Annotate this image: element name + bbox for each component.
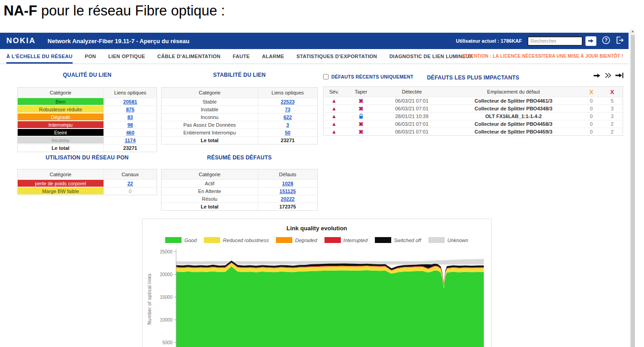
table-row: Entièrement Interrompu50 <box>162 129 317 136</box>
legend-item: Unknown <box>428 237 468 243</box>
logout-button[interactable] <box>616 36 624 45</box>
value-text: 23271 <box>123 145 138 151</box>
value-link[interactable]: 50 <box>285 130 290 135</box>
value-cell: 98 <box>104 121 157 129</box>
svg-text:10000: 10000 <box>160 317 172 322</box>
tab-faute[interactable]: FAUTE <box>233 49 250 64</box>
value-link[interactable]: 460 <box>126 130 134 135</box>
value-link[interactable]: 22 <box>128 181 133 186</box>
vertical-scrollbar[interactable]: ▲ <box>630 29 635 347</box>
value-link[interactable]: 622 <box>284 114 292 120</box>
detected-time: 06/03/21 07:01 <box>395 106 428 111</box>
stacked-area-chart: 500010000150002000025000 <box>154 245 488 347</box>
fault-location: Collecteur de Splitter PBO4348/3 <box>475 106 552 111</box>
value-link[interactable]: 151125 <box>280 188 296 194</box>
table-row: Robustesse réduite875 <box>18 105 157 113</box>
fault-cell <box>344 114 377 119</box>
recent-faults-checkbox-label[interactable]: DÉFAUTS RÉCENTS UNIQUEMENT <box>331 74 413 79</box>
legend-swatch <box>324 237 341 243</box>
impact-minor-count: 0 <box>590 106 593 111</box>
category-cell: Bien <box>18 98 104 105</box>
value-link[interactable]: 20581 <box>123 99 138 104</box>
search-go-button[interactable] <box>585 36 596 46</box>
table-row: Résolu20222 <box>162 195 317 203</box>
fault-cell: 28/01/21 10:39 <box>378 114 447 119</box>
fault-cell: Collecteur de Splitter PBO4348/3 <box>446 106 581 111</box>
fault-cell: 06/03/21 07:01 <box>378 121 447 127</box>
legend-label: Interrupted <box>344 238 368 243</box>
fault-cell: ▲ <box>324 121 344 127</box>
tab-pon[interactable]: PON <box>85 49 96 64</box>
legend-label: Degraded <box>295 238 317 243</box>
fault-cell: ✖ <box>344 129 377 135</box>
scrollbar-thumb[interactable] <box>631 35 635 347</box>
value-link[interactable]: 875 <box>126 107 134 112</box>
arrow-to-end-icon[interactable] <box>615 73 624 78</box>
category-cell: Le total <box>162 137 258 144</box>
fault-cell: 0 <box>581 98 602 104</box>
double-chevron-icon[interactable] <box>605 73 611 78</box>
tab-lien-optique[interactable]: LIEN OPTIQUE <box>108 49 145 64</box>
value-link[interactable]: 1174 <box>125 138 136 143</box>
category-cell: Instable <box>162 106 258 113</box>
category-cell: Le total <box>162 203 258 210</box>
legend-swatch <box>204 237 220 243</box>
recent-faults-checkbox[interactable] <box>323 74 329 79</box>
legend-swatch <box>428 237 445 243</box>
impact-minor-count: 0 <box>590 98 593 104</box>
help-button[interactable]: ? <box>602 36 610 46</box>
faults-header-row: Sév.TaperDétectéeEmplacement du défautXX <box>324 87 623 97</box>
category-cell: En Attente <box>162 188 258 195</box>
fault-row: ▲✖06/03/21 07:01Collecteur de Splitter P… <box>324 120 623 128</box>
table-header-row: CatégorieDéfauts <box>162 169 317 179</box>
fault-row: ▲✖06/03/21 07:01Collecteur de Splitter P… <box>324 128 623 135</box>
category-cell: Interrompu <box>18 121 104 129</box>
svg-text:20000: 20000 <box>160 272 172 277</box>
table-row: Marge BW faible0 <box>18 187 157 195</box>
fault-cell: 0 <box>581 114 602 119</box>
page-heading: NA-F pour le réseau Fibre optique : <box>4 3 225 19</box>
value-link[interactable]: 73 <box>285 107 290 112</box>
tab-alarme[interactable]: ALARME <box>262 49 284 64</box>
svg-text:15000: 15000 <box>160 295 172 300</box>
category-cell: Inconnu <box>162 114 258 121</box>
table-header-row: CatégorieLiens optiques <box>18 88 157 98</box>
fault-cell: 0 <box>581 121 602 127</box>
value-link[interactable]: 83 <box>128 114 133 120</box>
tab-c-ble-d-alimentation[interactable]: CÂBLE D'ALIMENTATION <box>157 49 221 64</box>
table-row: En Attente151125 <box>162 187 317 195</box>
fault-location: Collecteur de Splitter PBO4459/3 <box>475 129 552 134</box>
arrow-right-icon[interactable] <box>594 73 600 78</box>
tab-statistiques-d-exportation[interactable]: STATISTIQUES D'EXPORTATION <box>296 49 377 64</box>
table-row: Interrompu98 <box>18 121 157 129</box>
faults-column-header: Sév. <box>324 89 344 94</box>
legend-swatch <box>165 237 182 243</box>
value-link[interactable]: 20222 <box>281 196 295 202</box>
svg-text:?: ? <box>605 37 607 43</box>
fault-cell: Collecteur de Splitter PBO4459/3 <box>446 129 581 134</box>
severity-triangle-icon: ▲ <box>331 129 337 134</box>
value-link[interactable]: 22523 <box>281 99 295 104</box>
value-link[interactable]: 1028 <box>282 181 293 186</box>
top-app-bar: NOKIA Network Analyzer-Fiber 19.11-7 - A… <box>0 33 629 49</box>
table-row: Inconnu622 <box>162 113 317 121</box>
tab--l-chelle-du-r-seau[interactable]: À L'ÉCHELLE DU RÉSEAU <box>6 49 73 64</box>
scrollbar-up-arrow[interactable]: ▲ <box>630 30 635 33</box>
chart-y-axis-label: Number of optical links <box>147 273 152 325</box>
link-quality-evolution-card: Link quality evolution GoodReduced robus… <box>142 218 492 347</box>
value-text: 0 <box>129 188 132 194</box>
tab-diagnostic-de-lien-lumineux[interactable]: DIAGNOSTIC DE LIEN LUMINEUX <box>389 49 473 64</box>
value-link[interactable]: 3 <box>286 122 289 128</box>
value-cell: 20222 <box>258 195 317 203</box>
column-header: Liens optiques <box>258 88 317 98</box>
column-header: Catégorie <box>18 169 104 179</box>
value-link[interactable]: 98 <box>128 122 133 128</box>
impact-major-count: 2 <box>611 121 614 127</box>
fault-cell: 06/03/21 07:01 <box>378 98 447 104</box>
fault-summary-table: CatégorieDéfautsActif1028En Attente15112… <box>161 169 318 211</box>
value-cell: 22 <box>104 180 157 187</box>
fault-cell: ▲ <box>324 129 344 134</box>
fault-cell: ✖ <box>344 106 377 112</box>
search-input[interactable] <box>527 36 583 46</box>
category-cell: Le total <box>18 144 104 152</box>
